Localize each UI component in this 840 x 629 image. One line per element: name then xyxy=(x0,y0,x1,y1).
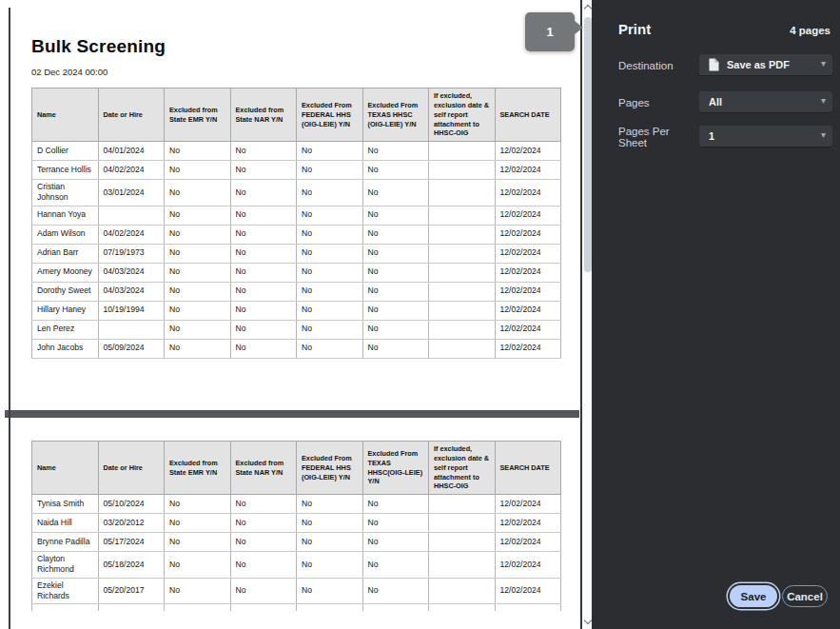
table-row: Terrance Hollis04/02/2024NoNoNoNo12/02/2… xyxy=(32,161,561,180)
table-cell: No xyxy=(362,514,429,533)
table-cell: 05/18/2024 xyxy=(98,552,165,578)
dialog-header: Print 4 pages xyxy=(618,21,830,37)
table-cell: 12/02/2024 xyxy=(495,161,561,180)
screening-table-page-2: NameDate or HireExcluded from State EMR … xyxy=(31,441,561,611)
table-cell: Dorothy Sweet xyxy=(32,282,99,301)
preview-scrollbar[interactable] xyxy=(580,0,592,629)
table-cell xyxy=(429,533,496,552)
table-cell: 10/19/1994 xyxy=(98,301,165,320)
preview-page-2: NameDate or HireExcluded from State EMR … xyxy=(0,418,580,629)
table-cell: 03/20/2012 xyxy=(98,514,165,533)
table-row: John Jacobs05/09/2024NoNoNoNo12/02/2024 xyxy=(32,339,561,358)
table-cell: 05/20/2017 xyxy=(98,578,165,603)
table-cell: No xyxy=(297,533,363,552)
table-cell: Adrian Barr xyxy=(32,244,99,263)
table-cell: No xyxy=(362,142,429,161)
column-header: SEARCH DATE xyxy=(495,442,561,495)
table-cell: No xyxy=(165,263,231,282)
table-cell: No xyxy=(165,301,231,320)
table-cell: No xyxy=(165,180,231,206)
table-row: Ezekiel Richards05/20/2017NoNoNoNo12/02/… xyxy=(32,578,561,603)
print-preview-window: Bulk Screening 02 Dec 2024 00:00 NameDat… xyxy=(0,0,840,629)
table-cell: 12/02/2024 xyxy=(495,282,561,301)
table-cell: No xyxy=(297,263,363,282)
table-row: D Collier04/01/2024NoNoNoNo12/02/2024 xyxy=(32,142,561,161)
table-cell: No xyxy=(165,339,231,358)
destination-field: Destination Save as PDF ▾ xyxy=(618,54,832,76)
table-row: Hillary Haney10/19/1994NoNoNoNo12/02/202… xyxy=(32,301,561,320)
pages-label: Pages xyxy=(618,97,699,108)
table-row: Adrian Barr07/19/1973NoNoNoNo12/02/2024 xyxy=(32,244,561,263)
table-cell: Ezekiel Richards xyxy=(32,578,99,603)
table-cell: No xyxy=(297,142,363,161)
scrollbar-thumb[interactable] xyxy=(584,17,592,272)
pages-per-sheet-field: Pages Per Sheet 1 ▾ xyxy=(618,126,832,147)
table-cell: No xyxy=(165,225,231,244)
column-header: Excluded From TEXAS HHSC (OIG-LEIE) Y/N xyxy=(362,88,429,142)
table-cell xyxy=(429,552,496,578)
table-cell: No xyxy=(362,552,429,578)
table-cell: 12/02/2024 xyxy=(495,514,561,533)
table-cell xyxy=(495,603,561,611)
table-cell: No xyxy=(165,552,231,578)
destination-select[interactable]: Save as PDF ▾ xyxy=(699,54,832,76)
table-row: Dorothy Sweet04/03/2024NoNoNoNo12/02/202… xyxy=(32,282,561,301)
column-header: Excluded From TEXAS HHSC(OIG-LEIE) Y/N xyxy=(362,442,429,495)
table-cell: No xyxy=(230,514,297,533)
table-row: Tynisa Smith05/10/2024NoNoNoNo12/02/2024 xyxy=(32,495,561,514)
dialog-title: Print xyxy=(618,21,651,37)
table-cell: No xyxy=(362,301,429,320)
column-header: Excluded From FEDERAL HHS (OIG-LEIE) Y/N xyxy=(297,442,363,495)
chevron-down-icon: ▾ xyxy=(821,129,826,140)
pdf-file-icon xyxy=(709,58,719,71)
table-cell: No xyxy=(362,206,429,225)
pages-per-sheet-select[interactable]: 1 ▾ xyxy=(699,126,832,147)
cancel-button[interactable]: Cancel xyxy=(782,585,828,607)
table-cell: No xyxy=(297,161,363,180)
column-header: Date or Hire xyxy=(98,88,165,142)
chevron-down-icon: ▾ xyxy=(821,95,826,106)
tooltip-pointer xyxy=(575,21,583,34)
table-cell: Naida Hill xyxy=(32,514,99,533)
save-button[interactable]: Save xyxy=(730,585,777,607)
column-header: Name xyxy=(32,442,99,495)
table-cell: No xyxy=(362,339,429,358)
table-cell: John Jacobs xyxy=(32,339,99,358)
table-cell: 04/01/2024 xyxy=(98,142,165,161)
partial-table-row xyxy=(32,603,561,611)
table-cell: No xyxy=(297,495,363,514)
table-cell xyxy=(429,578,496,603)
table-row: Hannan YoyaNoNoNoNo12/02/2024 xyxy=(32,206,561,225)
table-cell: Amery Mooney xyxy=(32,263,99,282)
table-cell: 05/10/2024 xyxy=(98,495,165,514)
screening-table-page-1: NameDate or HireExcluded from State EMR … xyxy=(31,88,561,359)
table-cell: No xyxy=(165,514,231,533)
table-cell: No xyxy=(230,180,297,206)
table-cell: No xyxy=(165,161,231,180)
table-cell: 12/02/2024 xyxy=(495,263,561,282)
table-cell: 03/01/2024 xyxy=(98,180,165,206)
table-cell xyxy=(429,244,496,263)
scroll-up-icon[interactable] xyxy=(584,5,592,12)
table-cell: 12/02/2024 xyxy=(495,552,561,578)
column-header: Excluded from State EMR Y/N xyxy=(165,442,231,495)
chevron-down-icon: ▾ xyxy=(821,58,826,69)
table-cell xyxy=(362,603,429,611)
table-cell xyxy=(429,603,496,611)
table-cell: No xyxy=(230,533,297,552)
column-header: Excluded from State NAR Y/N xyxy=(230,88,297,142)
table-cell xyxy=(297,603,363,611)
scroll-down-icon[interactable] xyxy=(584,617,592,624)
pages-select[interactable]: All ▾ xyxy=(699,91,832,113)
table-cell xyxy=(429,495,496,514)
table-cell: 05/17/2024 xyxy=(98,533,165,552)
table-cell: 12/02/2024 xyxy=(495,533,561,552)
table-cell: No xyxy=(362,578,429,603)
page-number-label: 1 xyxy=(546,25,553,39)
table-cell: No xyxy=(230,552,297,578)
table-cell: No xyxy=(362,180,429,206)
table-cell xyxy=(429,142,496,161)
table-cell: No xyxy=(362,263,429,282)
column-header: Excluded from State NAR Y/N xyxy=(230,442,297,495)
table-cell: No xyxy=(297,320,363,339)
